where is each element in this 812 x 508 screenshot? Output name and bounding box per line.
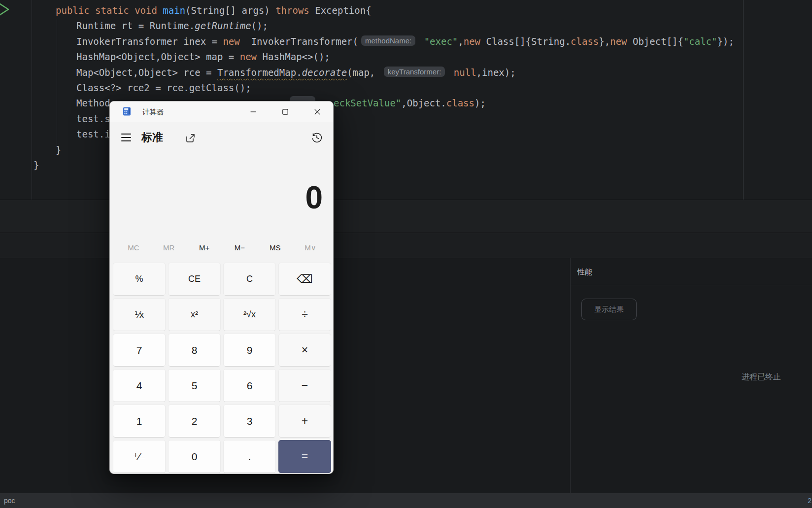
- close-icon: [314, 109, 320, 115]
- calc-key-four[interactable]: 4: [113, 369, 166, 402]
- calculator-display: 0: [110, 174, 333, 221]
- divider: [571, 285, 812, 285]
- parameter-hint: keyTransformer:: [384, 67, 445, 77]
- menu-icon[interactable]: [121, 134, 132, 142]
- calc-key-subtract[interactable]: −: [278, 369, 331, 402]
- memory-store-button[interactable]: MS: [257, 241, 293, 254]
- status-branch-label: poc: [4, 497, 15, 505]
- calc-key-add[interactable]: +: [278, 405, 331, 438]
- pane-divider: [570, 258, 571, 494]
- calc-key-equals[interactable]: =: [278, 440, 331, 473]
- screen: public static void main(String[] args) t…: [0, 0, 812, 508]
- window-title: 计算器: [142, 107, 164, 117]
- maximize-icon: [282, 109, 288, 115]
- calc-key-three[interactable]: 3: [223, 405, 276, 438]
- code-line: public static void main(String[] args) t…: [0, 5, 812, 18]
- memory-subtract-button[interactable]: M−: [222, 241, 258, 254]
- maximize-button[interactable]: [274, 102, 297, 122]
- code-line: Runtime rt = Runtime.getRuntime();: [0, 20, 812, 34]
- calc-key-two[interactable]: 2: [168, 405, 221, 438]
- process-terminated-text: 进程已终止: [742, 372, 781, 382]
- calculator-titlebar[interactable]: 计算器: [110, 102, 333, 122]
- calc-key-backspace[interactable]: ⌫: [278, 263, 331, 296]
- memory-row: MCMRM+M−MSM∨: [116, 241, 328, 254]
- memory-flyout-button: M∨: [293, 241, 328, 254]
- calculator-window: 计算器 标准 0 MCMRM+M−MSM∨ %CEC⌫⅟xx²²√x÷789×4…: [109, 101, 334, 474]
- calc-key-square-root[interactable]: ²√x: [223, 298, 276, 331]
- minimize-icon: [250, 109, 256, 115]
- calc-key-decimal[interactable]: .: [223, 440, 276, 473]
- calc-key-clear-entry[interactable]: CE: [168, 263, 221, 296]
- calc-key-percent[interactable]: %: [113, 263, 166, 296]
- calc-key-zero[interactable]: 0: [168, 440, 221, 473]
- status-bar: poc 2: [0, 493, 812, 508]
- show-results-button[interactable]: 显示结果: [581, 299, 637, 320]
- calc-key-multiply[interactable]: ×: [278, 334, 331, 367]
- calc-key-reciprocal[interactable]: ⅟x: [113, 298, 166, 331]
- calc-key-divide[interactable]: ÷: [278, 298, 331, 331]
- calculator-mode-label: 标准: [141, 130, 163, 145]
- calc-key-one[interactable]: 1: [113, 405, 166, 438]
- code-line: Map<Object,Object> rce = TransformedMap.…: [0, 67, 812, 80]
- calc-key-eight[interactable]: 8: [168, 334, 221, 367]
- minimize-button[interactable]: [242, 102, 265, 122]
- calculator-app-icon: [123, 107, 132, 116]
- history-icon[interactable]: [311, 132, 323, 143]
- status-notification-count[interactable]: 2: [808, 497, 812, 505]
- calc-key-negate[interactable]: ⁺⁄₋: [113, 440, 166, 473]
- parameter-hint: methodName:: [361, 35, 415, 46]
- code-line: InvokerTransformer inex = new InvokerTra…: [0, 36, 812, 49]
- profiler-tab-title: 性能: [577, 268, 592, 277]
- memory-clear-button: MC: [116, 241, 151, 254]
- close-button[interactable]: [306, 102, 329, 122]
- code-line: HashMap<Object,Object> map = new HashMap…: [0, 51, 812, 65]
- memory-add-button[interactable]: M+: [187, 241, 222, 254]
- calc-key-nine[interactable]: 9: [223, 334, 276, 367]
- calc-key-seven[interactable]: 7: [113, 334, 166, 367]
- keypad: %CEC⌫⅟xx²²√x÷789×456−123+⁺⁄₋0.=: [113, 263, 331, 473]
- calc-key-square[interactable]: x²: [168, 298, 221, 331]
- calc-key-five[interactable]: 5: [168, 369, 221, 402]
- memory-recall-button: MR: [151, 241, 187, 254]
- calc-key-clear[interactable]: C: [223, 263, 276, 296]
- keep-on-top-icon[interactable]: [185, 133, 196, 143]
- code-line: Class<?> rce2 = rce.getClass();: [0, 82, 812, 96]
- calc-key-six[interactable]: 6: [223, 369, 276, 402]
